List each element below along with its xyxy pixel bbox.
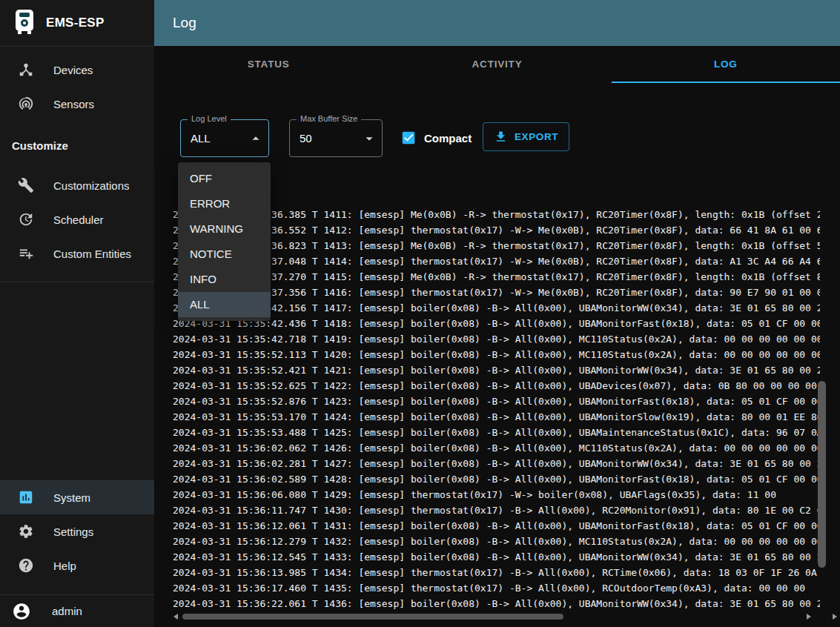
sidebar-item-devices[interactable]: Devices bbox=[0, 53, 154, 87]
sidebar-item-help[interactable]: Help bbox=[0, 548, 154, 583]
sidebar-item-label: Devices bbox=[53, 64, 93, 76]
tab-status[interactable]: STATUS bbox=[154, 46, 383, 83]
help-icon bbox=[18, 557, 34, 574]
sidebar-item-custom-entities[interactable]: Custom Entities bbox=[0, 236, 154, 271]
log-line: 2024-03-31 15:36:13.985 T 1434: [emsesp]… bbox=[173, 565, 820, 580]
sidebar-item-label: System bbox=[53, 491, 90, 504]
app-root: EMS-ESP Devices Sensors Customize bbox=[0, 0, 840, 627]
menu-item-error[interactable]: ERROR bbox=[178, 191, 271, 216]
log-line: 2024-03-31 15:36:06.080 T 1429: [emsesp]… bbox=[173, 487, 820, 502]
menu-item-warning[interactable]: WARNING bbox=[178, 216, 271, 242]
compact-checkbox[interactable]: Compact bbox=[400, 125, 472, 151]
sidebar-item-label: Settings bbox=[53, 525, 93, 538]
log-line: 2024-03-31 15:36:17.460 T 1435: [emsesp]… bbox=[173, 580, 820, 596]
scroll-right-arrow-icon[interactable] bbox=[807, 614, 811, 620]
sidebar-item-settings[interactable]: Settings bbox=[0, 514, 154, 548]
checkbox-checked-icon bbox=[400, 130, 417, 146]
max-buffer-size-label: Max Buffer Size bbox=[297, 114, 361, 123]
main-area: Log STATUS ACTIVITY LOG Log Level ALL Ma… bbox=[154, 0, 840, 627]
sidebar-item-system[interactable]: System bbox=[0, 480, 154, 514]
sidebar-nav-customize: Customizations Scheduler Custom Entities bbox=[0, 153, 154, 271]
playlist-add-icon bbox=[18, 245, 34, 262]
appbar: Log bbox=[154, 0, 840, 46]
log-line: 2024-03-31 15:36:12.061 T 1431: [emsesp]… bbox=[173, 518, 820, 534]
compact-label: Compact bbox=[424, 132, 472, 145]
log-line: 2024-03-31 15:35:42.718 T 1419: [emsesp]… bbox=[173, 331, 820, 347]
user-menu[interactable]: admin bbox=[0, 595, 154, 627]
log-line: 2024-03-31 15:35:53.488 T 1425: [emsesp]… bbox=[173, 425, 820, 440]
sidebar-item-scheduler[interactable]: Scheduler bbox=[0, 202, 154, 236]
export-label: EXPORT bbox=[515, 131, 558, 142]
scroll-right-arrow-icon[interactable] bbox=[833, 614, 837, 620]
sidebar-item-label: Custom Entities bbox=[53, 248, 131, 260]
log-level-value: ALL bbox=[191, 132, 211, 145]
log-line: 2024-03-31 15:35:53.170 T 1424: [emsesp]… bbox=[173, 409, 820, 425]
menu-item-notice[interactable]: NOTICE bbox=[178, 242, 271, 267]
chevron-up-icon bbox=[248, 130, 264, 147]
username-label: admin bbox=[52, 605, 82, 617]
sidebar-nav-bottom: System Settings Help bbox=[0, 474, 154, 594]
ems-esp-logo-icon bbox=[15, 9, 34, 37]
horizontal-scrollbar-thumb[interactable] bbox=[182, 614, 563, 620]
sidebar-item-label: Help bbox=[53, 560, 76, 572]
clock-update-icon bbox=[18, 211, 34, 228]
wrench-icon bbox=[18, 177, 34, 193]
log-level-menu: OFF ERROR WARNING NOTICE INFO ALL bbox=[178, 162, 271, 321]
log-level-label: Log Level bbox=[188, 114, 231, 123]
page-title: Log bbox=[173, 15, 196, 31]
log-line: 2024-03-31 15:36:02.281 T 1427: [emsesp]… bbox=[173, 456, 820, 471]
log-line: 2024-03-31 15:35:52.113 T 1420: [emsesp]… bbox=[173, 347, 820, 362]
scroll-left-arrow-icon[interactable] bbox=[173, 614, 178, 620]
tab-bar: STATUS ACTIVITY LOG bbox=[154, 46, 840, 83]
sidebar-header: EMS-ESP bbox=[0, 0, 154, 46]
menu-item-all[interactable]: ALL bbox=[178, 292, 271, 317]
sidebar-item-label: Customizations bbox=[53, 179, 130, 192]
menu-item-info[interactable]: INFO bbox=[178, 267, 271, 292]
vertical-scrollbar-thumb[interactable] bbox=[818, 381, 826, 568]
sidebar-item-label: Scheduler bbox=[53, 213, 104, 226]
chevron-down-icon bbox=[361, 130, 377, 147]
log-line: 2024-03-31 15:35:52.625 T 1422: [emsesp]… bbox=[173, 378, 820, 394]
sidebar-item-customizations[interactable]: Customizations bbox=[0, 168, 154, 202]
tab-activity[interactable]: ACTIVITY bbox=[383, 46, 611, 83]
log-line: 2024-03-31 15:36:11.747 T 1430: [emsesp]… bbox=[173, 502, 820, 518]
log-line: 2024-03-31 15:36:12.545 T 1433: [emsesp]… bbox=[173, 549, 820, 565]
log-line: 2024-03-31 15:36:12.279 T 1432: [emsesp]… bbox=[173, 534, 820, 549]
log-level-select[interactable]: Log Level ALL bbox=[180, 119, 269, 157]
sidebar: EMS-ESP Devices Sensors Customize bbox=[0, 0, 154, 627]
account-circle-icon bbox=[12, 602, 31, 621]
sidebar-item-sensors[interactable]: Sensors bbox=[0, 87, 154, 121]
max-buffer-size-select[interactable]: Max Buffer Size 50 bbox=[289, 119, 383, 157]
system-chart-icon bbox=[18, 489, 34, 505]
log-line: 2024-03-31 15:36:02.589 T 1428: [emsesp]… bbox=[173, 471, 820, 487]
log-line: 2024-03-31 15:35:52.876 T 1423: [emsesp]… bbox=[173, 394, 820, 409]
log-line: 2024-03-31 15:36:22.061 T 1436: [emsesp]… bbox=[173, 596, 820, 611]
sensors-icon bbox=[18, 96, 34, 112]
download-icon bbox=[494, 130, 508, 144]
tab-log[interactable]: LOG bbox=[612, 46, 840, 83]
export-button[interactable]: EXPORT bbox=[483, 122, 569, 151]
sidebar-spacer bbox=[0, 282, 154, 474]
menu-item-off[interactable]: OFF bbox=[178, 166, 271, 191]
customize-section-label: Customize bbox=[12, 139, 154, 153]
gear-icon bbox=[18, 523, 34, 540]
devices-icon bbox=[18, 62, 34, 78]
sidebar-item-label: Sensors bbox=[53, 98, 94, 110]
log-line: 2024-03-31 15:36:02.062 T 1426: [emsesp]… bbox=[173, 440, 820, 456]
sidebar-nav-top: Devices Sensors bbox=[0, 47, 154, 121]
app-title: EMS-ESP bbox=[46, 16, 105, 30]
log-line: 2024-03-31 15:35:52.421 T 1421: [emsesp]… bbox=[173, 362, 820, 378]
max-buffer-size-value: 50 bbox=[300, 132, 312, 145]
